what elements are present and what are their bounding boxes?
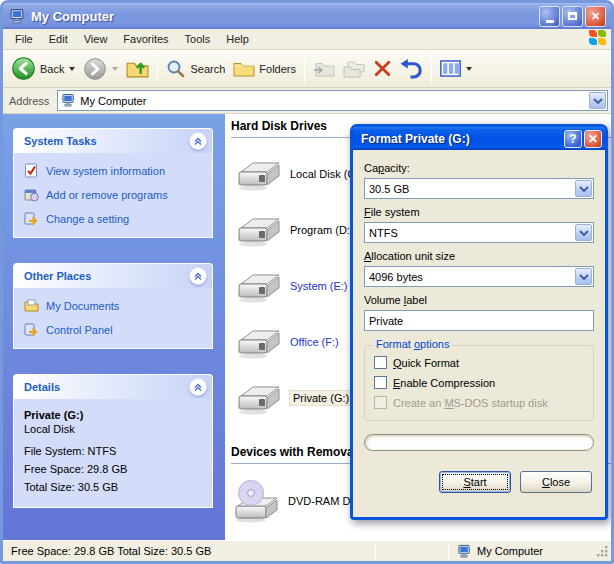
forward-icon — [83, 57, 107, 81]
volume-label-label: Volume label — [364, 294, 594, 306]
undo-button[interactable] — [396, 56, 427, 81]
allocation-value: 4096 bytes — [365, 271, 574, 283]
window-titlebar[interactable]: My Computer ✕ — [3, 3, 611, 29]
menu-tools[interactable]: Tools — [177, 30, 219, 48]
back-icon — [11, 56, 36, 81]
address-bar: Address My Computer — [3, 88, 611, 114]
back-label: Back — [40, 63, 64, 75]
drive-label[interactable]: System (E:) — [290, 280, 347, 292]
allocation-unit-size-dropdown[interactable]: 4096 bytes — [364, 266, 594, 287]
details-panel: Details Private (G:) Local Disk File Sys… — [13, 374, 213, 508]
forward-dropdown-icon — [112, 67, 118, 71]
my-computer-icon — [9, 8, 26, 25]
menu-file[interactable]: File — [7, 30, 41, 48]
maximize-button[interactable] — [562, 6, 583, 27]
system-tasks-header[interactable]: System Tasks — [13, 128, 213, 153]
collapse-chevron-icon[interactable] — [189, 132, 207, 150]
status-zone: My Computer — [477, 545, 543, 557]
file-system-dropdown[interactable]: NTFS — [364, 222, 594, 243]
menu-favorites[interactable]: Favorites — [115, 30, 176, 48]
capacity-label: Capacity: — [364, 162, 594, 174]
dvd-drive-icon — [231, 478, 279, 524]
hard-drive-icon — [233, 154, 281, 194]
delete-button[interactable] — [369, 57, 396, 80]
dialog-close-action-button[interactable]: Close — [520, 471, 592, 493]
menu-help[interactable]: Help — [218, 30, 257, 48]
task-label[interactable]: My Documents — [46, 300, 119, 312]
collapse-chevron-icon[interactable] — [189, 378, 207, 396]
search-icon — [166, 59, 186, 79]
place-control-panel[interactable]: Control Panel — [24, 322, 206, 337]
views-button[interactable] — [436, 58, 476, 79]
windows-logo-icon — [589, 30, 609, 48]
collapse-chevron-icon[interactable] — [189, 267, 207, 285]
address-value[interactable]: My Computer — [80, 95, 588, 107]
forward-button[interactable] — [79, 55, 122, 83]
other-places-header[interactable]: Other Places — [13, 263, 213, 288]
task-change-a-setting[interactable]: Change a setting — [24, 211, 206, 226]
search-button[interactable]: Search — [162, 57, 229, 81]
up-button[interactable] — [122, 56, 153, 81]
details-file-system: File System: NTFS — [24, 445, 206, 457]
details-drive-type: Local Disk — [24, 423, 206, 435]
details-drive-name: Private (G:) — [24, 409, 206, 421]
toolbar-separator — [157, 55, 158, 83]
close-button[interactable]: ✕ — [585, 6, 606, 27]
drive-label[interactable]: Private (G:) — [290, 391, 352, 405]
chevron-down-icon[interactable] — [575, 224, 592, 241]
other-places-panel: Other Places My Documents — [13, 263, 213, 349]
volume-label-input[interactable]: Private — [364, 310, 594, 331]
drive-label[interactable]: Program (D:) — [290, 224, 354, 236]
my-documents-icon — [24, 298, 39, 313]
hard-drive-icon — [233, 322, 281, 362]
back-dropdown-icon[interactable] — [69, 67, 75, 71]
msdos-startup-disk-label: Create an MS-DOS startup disk — [393, 397, 548, 409]
task-label[interactable]: Change a setting — [46, 213, 129, 225]
chevron-down-icon[interactable] — [575, 268, 592, 285]
help-button[interactable]: ? — [564, 130, 582, 148]
task-add-remove-programs[interactable]: Add or remove programs — [24, 187, 206, 202]
task-label[interactable]: Control Panel — [46, 324, 113, 336]
address-combo[interactable]: My Computer — [57, 90, 608, 111]
system-information-icon — [24, 163, 39, 178]
enable-compression-option[interactable]: Enable Compression — [374, 376, 585, 389]
standard-buttons-toolbar: Back Search Folders — [3, 50, 611, 88]
allocation-unit-size-label: Allocation unit size — [364, 250, 594, 262]
toolbar-separator — [431, 55, 432, 83]
copy-to-icon — [343, 60, 365, 78]
menu-edit[interactable]: Edit — [41, 30, 76, 48]
place-my-documents[interactable]: My Documents — [24, 298, 206, 313]
capacity-dropdown[interactable]: 30.5 GB — [364, 178, 594, 199]
task-pane-sidebar: System Tasks View system information — [3, 114, 225, 540]
change-setting-icon — [24, 211, 39, 226]
details-header[interactable]: Details — [13, 374, 213, 399]
back-button[interactable]: Back — [7, 54, 79, 83]
format-dialog-titlebar[interactable]: Format Private (G:) ? ✕ — [353, 127, 605, 150]
status-free-space: Free Space: 29.8 GB Total Size: 30.5 GB — [3, 545, 375, 557]
chevron-down-icon[interactable] — [575, 180, 592, 197]
start-button[interactable]: Start — [439, 471, 511, 493]
address-dropdown-button[interactable] — [589, 92, 606, 109]
task-label[interactable]: Add or remove programs — [46, 189, 168, 201]
details-title: Details — [24, 381, 60, 393]
enable-compression-checkbox[interactable] — [374, 376, 387, 389]
minimize-button[interactable] — [539, 6, 560, 27]
drive-label[interactable]: Office (F:) — [290, 336, 339, 348]
views-dropdown-icon[interactable] — [466, 67, 472, 71]
details-free-space: Free Space: 29.8 GB — [24, 463, 206, 475]
menu-view[interactable]: View — [76, 30, 116, 48]
format-dialog: Format Private (G:) ? ✕ Capacity: 30.5 G… — [350, 124, 608, 520]
delete-icon — [373, 59, 392, 78]
folders-button[interactable]: Folders — [229, 58, 300, 80]
resize-grip[interactable] — [596, 545, 609, 558]
dialog-close-button[interactable]: ✕ — [584, 130, 602, 148]
quick-format-checkbox[interactable] — [374, 356, 387, 369]
status-separator — [375, 544, 376, 559]
task-view-system-information[interactable]: View system information — [24, 163, 206, 178]
task-label[interactable]: View system information — [46, 165, 165, 177]
format-dialog-title: Format Private (G:) — [361, 132, 562, 146]
capacity-value: 30.5 GB — [365, 183, 574, 195]
quick-format-option[interactable]: Quick Format — [374, 356, 585, 369]
other-places-title: Other Places — [24, 270, 91, 282]
window-title: My Computer — [31, 9, 539, 24]
